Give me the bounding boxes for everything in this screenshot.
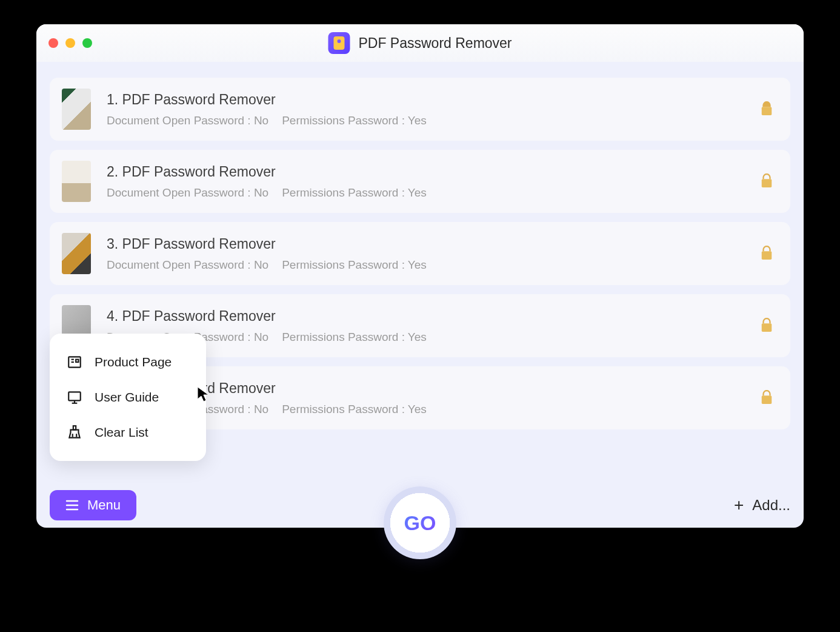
- monitor-icon: [67, 389, 82, 405]
- title-wrap: PDF Password Remover: [328, 32, 512, 54]
- svg-rect-4: [762, 395, 772, 404]
- lock-icon: [760, 246, 773, 261]
- file-title: 3. PDF Password Remover: [107, 236, 744, 252]
- open-password-label: Document Open Password : No: [107, 258, 268, 272]
- file-meta: Document Open Password : No Permissions …: [107, 258, 744, 272]
- file-thumbnail: [62, 89, 91, 130]
- file-title: 1. PDF Password Remover: [107, 92, 744, 108]
- file-row[interactable]: 3. PDF Password Remover Document Open Pa…: [50, 222, 790, 285]
- go-button[interactable]: GO: [384, 486, 456, 559]
- app-title: PDF Password Remover: [358, 35, 512, 52]
- file-meta: Document Open Password : No Permissions …: [107, 114, 744, 127]
- file-title: 2. PDF Password Remover: [107, 164, 744, 180]
- svg-rect-1: [762, 179, 772, 187]
- app-icon: [328, 32, 350, 54]
- permissions-password-label: Permissions Password : Yes: [282, 186, 427, 200]
- file-info: 2. PDF Password Remover Document Open Pa…: [107, 164, 744, 200]
- go-button-label: GO: [404, 511, 436, 535]
- menu-item-clear-list[interactable]: Clear List: [50, 415, 206, 450]
- lock-icon: [760, 318, 773, 334]
- lock-icon: [760, 101, 773, 117]
- titlebar: PDF Password Remover: [36, 24, 804, 62]
- traffic-lights: [48, 38, 92, 48]
- menu-button-label: Menu: [87, 497, 121, 513]
- svg-rect-2: [762, 251, 772, 260]
- permissions-password-label: Permissions Password : Yes: [282, 403, 427, 416]
- file-thumbnail: [62, 233, 91, 274]
- app-window: PDF Password Remover 1. PDF Password Rem…: [36, 24, 804, 528]
- menu-item-label: Clear List: [95, 425, 148, 440]
- permissions-password-label: Permissions Password : Yes: [282, 114, 427, 127]
- menu-item-user-guide[interactable]: User Guide: [50, 380, 206, 415]
- file-info: 1. PDF Password Remover Document Open Pa…: [107, 92, 744, 127]
- plus-icon: +: [734, 496, 744, 515]
- open-password-label: Document Open Password : No: [107, 186, 268, 200]
- file-row[interactable]: 2. PDF Password Remover Document Open Pa…: [50, 150, 790, 213]
- svg-rect-8: [76, 360, 78, 362]
- file-meta: Document Open Password : No Permissions …: [107, 186, 744, 200]
- file-row[interactable]: 1. PDF Password Remover Document Open Pa…: [50, 78, 790, 141]
- file-info: 3. PDF Password Remover Document Open Pa…: [107, 236, 744, 272]
- minimize-button[interactable]: [65, 38, 75, 48]
- close-button[interactable]: [48, 38, 58, 48]
- hamburger-icon: [65, 500, 79, 511]
- newspaper-icon: [67, 354, 82, 370]
- open-password-label: Document Open Password : No: [107, 114, 268, 127]
- add-button-label: Add...: [752, 497, 790, 514]
- file-title: 4. PDF Password Remover: [107, 308, 744, 324]
- menu-button[interactable]: Menu: [50, 490, 136, 520]
- broom-icon: [67, 425, 82, 440]
- svg-rect-3: [762, 323, 772, 332]
- maximize-button[interactable]: [82, 38, 92, 48]
- add-button[interactable]: + Add...: [734, 496, 790, 515]
- lock-icon: [760, 390, 773, 406]
- menu-popup: Product Page User Guide Cle: [50, 334, 206, 461]
- menu-item-label: User Guide: [95, 390, 159, 405]
- svg-rect-0: [762, 107, 772, 115]
- file-thumbnail: [62, 161, 91, 202]
- menu-item-label: Product Page: [95, 355, 172, 369]
- lock-icon: [760, 173, 773, 189]
- permissions-password-label: Permissions Password : Yes: [282, 258, 427, 272]
- svg-rect-9: [68, 392, 81, 400]
- menu-item-product-page[interactable]: Product Page: [50, 345, 206, 380]
- permissions-password-label: Permissions Password : Yes: [282, 331, 427, 344]
